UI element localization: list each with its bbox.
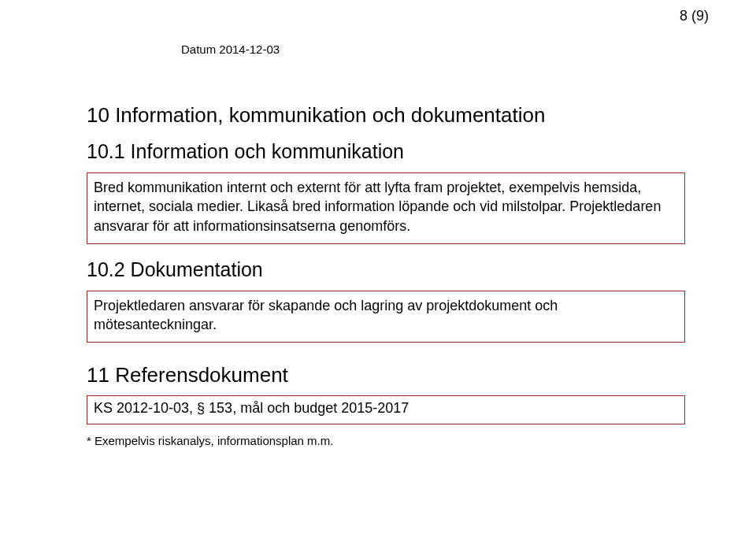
section-10-2-box: Projektledaren ansvarar för skapande och… [87,291,685,343]
section-10-1-box: Bred kommunikation internt och externt f… [87,172,685,244]
section-10-2-text: Projektledaren ansvarar för skapande och… [94,296,678,335]
date-line: Datum 2014-12-03 [181,43,685,56]
section-11-title: 11 Referensdokument [87,363,685,387]
section-10-1-text: Bred kommunikation internt och externt f… [94,178,678,235]
page-number: 8 (9) [680,8,709,24]
section-11-text: KS 2012-10-03, § 153, mål och budget 201… [94,398,678,417]
document-page: 8 (9) Datum 2014-12-03 10 Information, k… [0,0,756,463]
section-10-title: 10 Information, kommunikation och dokume… [87,103,685,128]
section-10-2-title: 10.2 Dokumentation [87,258,685,281]
section-10-1-title: 10.1 Information och kommunikation [87,140,685,163]
section-11-box: KS 2012-10-03, § 153, mål och budget 201… [87,395,685,424]
footnote: * Exempelvis riskanalys, informationspla… [87,434,685,447]
